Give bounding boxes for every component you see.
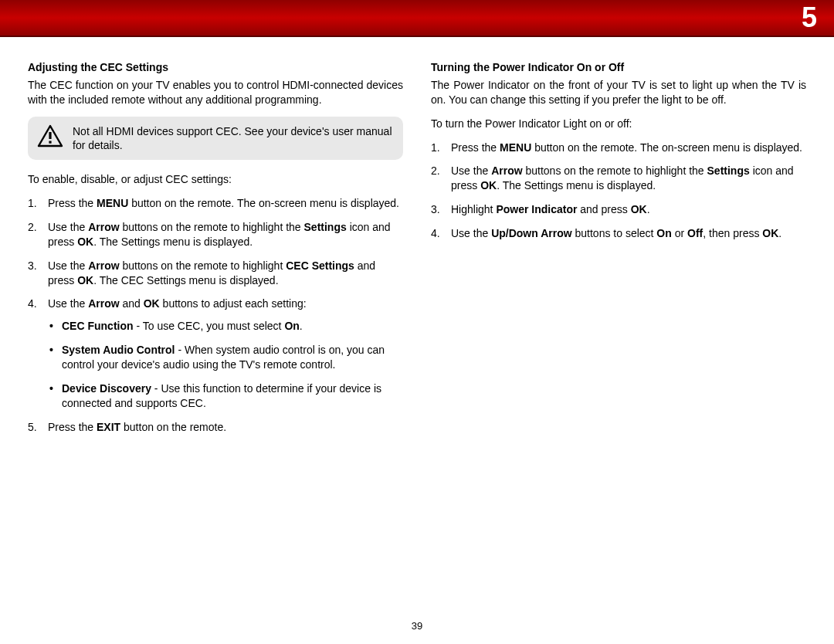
step: Use the Arrow buttons on the remote to h… [431,164,806,193]
warning-icon [37,124,63,151]
svg-rect-1 [49,132,51,139]
section-heading-power: Turning the Power Indicator On or Off [431,60,806,75]
list-item: CEC Function - To use CEC, you must sele… [48,319,403,334]
power-intro: The Power Indicator on the front of your… [431,78,806,107]
section-heading-cec: Adjusting the CEC Settings [28,60,403,75]
step: Press the EXIT button on the remote. [28,420,403,435]
left-column: Adjusting the CEC Settings The CEC funct… [28,60,403,444]
chapter-number: 5 [802,0,817,36]
step: Use the Arrow and OK buttons to adjust e… [28,297,403,410]
chapter-banner: 5 [0,0,834,37]
cec-lead: To enable, disable, or adjust CEC settin… [28,172,403,187]
page-body: Adjusting the CEC Settings The CEC funct… [0,37,834,444]
right-column: Turning the Power Indicator On or Off Th… [431,60,806,444]
step: Use the Up/Down Arrow buttons to select … [431,226,806,241]
cec-steps: Press the MENU button on the remote. The… [28,196,403,435]
svg-rect-2 [49,141,51,144]
step: Use the Arrow buttons on the remote to h… [28,220,403,249]
page-number: 39 [0,619,834,633]
cec-sub-bullets: CEC Function - To use CEC, you must sele… [48,319,403,410]
list-item: Device Discovery - Use this function to … [48,381,403,411]
power-steps: Press the MENU button on the remote. The… [431,141,806,241]
note-text: Not all HDMI devices support CEC. See yo… [73,124,392,152]
step: Use the Arrow buttons on the remote to h… [28,259,403,288]
step: Press the MENU button on the remote. The… [431,141,806,155]
note-callout: Not all HDMI devices support CEC. See yo… [28,117,403,160]
power-lead: To turn the Power Indicator Light on or … [431,117,806,131]
step: Press the MENU button on the remote. The… [28,196,403,211]
cec-intro: The CEC function on your TV enables you … [28,78,403,107]
step: Highlight Power Indicator and press OK. [431,202,806,217]
list-item: System Audio Control - When system audio… [48,343,403,372]
